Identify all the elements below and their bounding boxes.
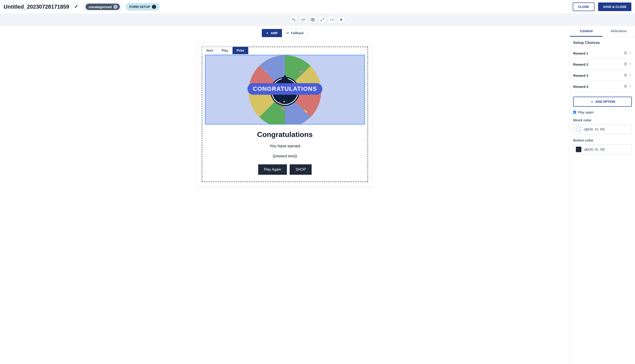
button-color-field[interactable]: rgb(30, 41, 59) (573, 144, 632, 154)
info-icon: i (152, 5, 156, 9)
chevron-down-icon[interactable] (629, 62, 632, 66)
fallback-label: Fallback (291, 31, 304, 35)
trash-icon[interactable] (624, 51, 627, 56)
chevron-down-icon[interactable] (629, 51, 632, 55)
shop-button[interactable]: SHOP (290, 164, 312, 175)
svg-point-10 (284, 101, 285, 102)
reward-label: Reward 1 (573, 52, 588, 55)
fallback-tab[interactable]: Fallback (282, 29, 308, 37)
congrats-banner: CONGRATULATIONS (248, 83, 322, 94)
undo-button[interactable] (290, 16, 298, 23)
block-color-label: Block color (573, 118, 632, 122)
block-color-value: rgb(30, 41, 59) (584, 128, 605, 131)
add-option-label: ADD OPTION (595, 100, 615, 104)
redo-button[interactable] (299, 16, 307, 23)
setup-choices-heading: Setup Choices (573, 40, 632, 45)
state-tab-start[interactable]: Start (202, 47, 218, 54)
wheel-hero[interactable]: CONGRATULATIONS (205, 55, 365, 124)
amp-tab[interactable]: AMP (262, 29, 282, 37)
reward-label: Reward 4 (573, 85, 588, 88)
content-tab[interactable]: Content (570, 26, 603, 37)
reward-placeholder[interactable]: {{reward text}} (205, 154, 365, 158)
form-setup-chip[interactable]: FORM SETUP i (126, 3, 160, 11)
chevron-down-icon[interactable] (629, 84, 632, 88)
plus-icon: ＋ (590, 99, 594, 104)
play-again-checkbox-row[interactable]: Play again (573, 110, 632, 114)
reward-row[interactable]: Reward 4 (573, 81, 632, 92)
close-button[interactable]: CLOSE (573, 2, 594, 11)
actions-button[interactable] (337, 16, 345, 23)
document-title: Untitled_20230728171859 (4, 4, 69, 10)
canvas-outer: Start Play Prize (198, 42, 372, 186)
block-color-field[interactable]: rgb(30, 41, 59) (573, 124, 632, 134)
allocation-tab[interactable]: Allocation (603, 26, 635, 37)
code-button[interactable] (328, 16, 336, 23)
svg-point-9 (291, 104, 293, 106)
color-swatch (576, 146, 581, 152)
prize-body: Congratulations You have earned {{reward… (205, 124, 365, 182)
category-tag[interactable]: uncategorized ✕ (86, 4, 120, 10)
properties-panel: Content Allocation Setup Choices Reward … (570, 26, 635, 364)
form-setup-label: FORM SETUP (129, 5, 150, 8)
save-and-close-button[interactable]: SAVE & CLOSE (598, 2, 631, 11)
play-again-check-label: Play again (578, 110, 594, 114)
top-bar: Untitled_20230728171859 uncategorized ✕ … (0, 0, 635, 14)
trash-icon[interactable] (624, 62, 627, 66)
prize-subtext[interactable]: You have earned (205, 144, 365, 148)
preview-button[interactable] (309, 16, 317, 23)
svg-point-0 (312, 19, 313, 20)
remove-tag-icon[interactable]: ✕ (114, 5, 118, 9)
view-mode-segmented: AMP Fallback (0, 29, 570, 37)
prize-heading[interactable]: Congratulations (205, 130, 365, 139)
canvas-column: AMP Fallback Start Play Prize (0, 26, 570, 364)
canvas-inner[interactable]: Start Play Prize (202, 47, 368, 182)
tag-wrapper: uncategorized ✕ (83, 2, 122, 11)
trash-icon[interactable] (624, 84, 627, 89)
state-tab-play[interactable]: Play (218, 47, 233, 54)
edit-title-icon[interactable] (73, 3, 80, 11)
svg-point-8 (278, 102, 281, 104)
cta-row: Play Again SHOP (205, 164, 365, 175)
amp-label: AMP (271, 31, 278, 35)
color-swatch (576, 126, 581, 132)
reward-label: Reward 3 (573, 74, 588, 78)
reward-row[interactable]: Reward 2 (573, 59, 632, 70)
editor-toolbar (0, 14, 635, 26)
play-again-checkbox[interactable] (573, 111, 576, 114)
state-tab-prize[interactable]: Prize (233, 47, 248, 54)
fullscreen-button[interactable] (318, 16, 326, 23)
chevron-down-icon[interactable] (629, 73, 632, 78)
add-option-button[interactable]: ＋ ADD OPTION (573, 97, 632, 106)
tag-label: uncategorized (89, 5, 112, 9)
trash-icon[interactable] (624, 73, 627, 78)
button-color-value: rgb(30, 41, 59) (584, 148, 605, 151)
panel-tabs: Content Allocation (570, 26, 635, 37)
button-color-label: Button color (573, 138, 632, 142)
reward-row[interactable]: Reward 3 (573, 70, 632, 81)
reward-label: Reward 2 (573, 62, 588, 66)
canvas-state-tabs: Start Play Prize (202, 47, 248, 54)
reward-row[interactable]: Reward 1 (573, 48, 632, 59)
play-again-button[interactable]: Play Again (258, 164, 287, 175)
